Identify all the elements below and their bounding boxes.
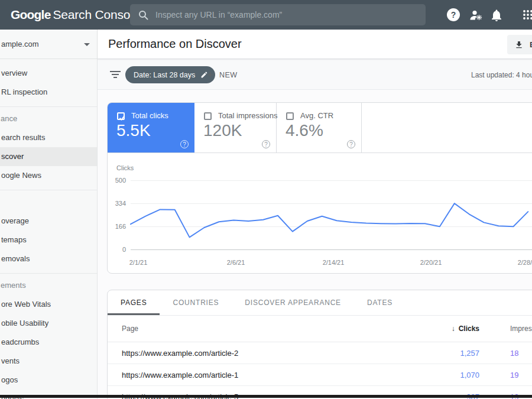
sidebar-item-sitemaps[interactable]: temaps: [0, 231, 97, 249]
tab-pages[interactable]: PAGES: [108, 290, 160, 315]
sidebar-item-logos[interactable]: ogos: [0, 371, 97, 390]
sidebar-item-discover[interactable]: scover: [0, 147, 97, 166]
y-tick-label: 0: [108, 245, 126, 254]
help-icon[interactable]: ?: [180, 140, 189, 148]
plus-icon: +: [207, 66, 213, 83]
x-tick-label: 2/28/21: [518, 259, 532, 266]
metric-tile-total-clicks[interactable]: Total clicks 5.5K ?: [108, 103, 194, 153]
app-logo[interactable]: GoogleSearch Console: [11, 8, 140, 22]
sort-desc-arrow-icon: ↓: [452, 325, 455, 333]
help-icon[interactable]: ?: [447, 8, 460, 21]
checkbox-checked-icon[interactable]: [117, 112, 125, 120]
notifications-bell-icon[interactable]: [489, 8, 504, 22]
metric-label: Total impressions: [218, 111, 277, 120]
metric-value: 4.6%: [286, 121, 323, 140]
column-header-clicks-sorted[interactable]: ↓Clicks: [452, 325, 479, 333]
performance-chart-card: Total clicks 5.5K ? Total impressions 12…: [107, 102, 532, 274]
product-logo-text: Search Console: [53, 8, 140, 21]
checkbox-unchecked-icon[interactable]: [286, 112, 294, 120]
metric-tile-avg-ctr[interactable]: Avg. CTR 4.6% ?: [277, 103, 362, 153]
filter-icon[interactable]: [110, 71, 121, 78]
sidebar-item-breadcrumbs[interactable]: eadcrumbs: [0, 333, 97, 352]
property-selector[interactable]: ample.com: [0, 30, 97, 59]
sidebar-item-mobile-usability[interactable]: obile Usability: [0, 314, 97, 333]
column-header-page[interactable]: Page: [122, 325, 138, 333]
manage-users-icon[interactable]: [469, 8, 484, 22]
new-filter-button[interactable]: + NEW: [207, 66, 237, 83]
metric-label: Total clicks: [131, 111, 168, 120]
sidebar-section-performance[interactable]: ance: [0, 107, 97, 128]
clicks-value: 1,257: [460, 349, 479, 358]
url-inspect-searchbox[interactable]: [130, 4, 426, 25]
filter-bar: Date: Last 28 days + NEW Last updated: 4…: [98, 59, 532, 90]
x-tick-label: 2/1/21: [129, 259, 148, 266]
search-input[interactable]: [155, 10, 416, 20]
impressions-value: 19: [510, 371, 518, 379]
x-tick-label: 2/14/21: [323, 259, 345, 266]
table-tabs: PAGES COUNTRIES DISCOVER APPEARANCE DATE…: [108, 290, 532, 316]
sidebar-item-url-inspection[interactable]: RL inspection: [0, 83, 97, 102]
chevron-down-icon: [84, 43, 90, 46]
sidebar-item-core-web-vitals[interactable]: ore Web Vitals: [0, 295, 97, 314]
help-icon[interactable]: ?: [262, 140, 270, 148]
search-icon: [138, 10, 148, 20]
sidebar-item-coverage[interactable]: overage: [0, 212, 97, 231]
new-filter-label: NEW: [219, 71, 237, 79]
google-search-console-app: GoogleSearch Console ? ample.com verview…: [0, 0, 532, 399]
sidebar-item-events[interactable]: vents: [0, 352, 97, 371]
page-url-link[interactable]: https://www.example.com/article-2: [122, 349, 238, 358]
sidebar-section-index[interactable]: [0, 190, 97, 212]
x-tick-label: 2/6/21: [227, 259, 245, 266]
export-label: EXPORT: [530, 40, 532, 49]
sidebar-item-google-news[interactable]: oogle News: [0, 166, 97, 185]
tab-discover-appearance[interactable]: DISCOVER APPEARANCE: [232, 290, 354, 315]
metric-value: 5.5K: [116, 121, 151, 140]
help-icon[interactable]: ?: [347, 140, 355, 148]
sidebar-section-enhancements[interactable]: ements: [0, 274, 97, 295]
clicks-line-chart: [128, 180, 532, 251]
metric-tiles: Total clicks 5.5K ? Total impressions 12…: [108, 103, 532, 153]
y-tick-label: 166: [108, 222, 126, 231]
table-row: https://www.example.com/article-2 1,257 …: [108, 342, 532, 364]
metric-value: 120K: [203, 121, 242, 140]
y-tick-label: 334: [108, 199, 126, 207]
sidebar: ample.com verview RL inspection ance ear…: [0, 30, 98, 399]
column-header-impressions[interactable]: Impressions: [510, 325, 532, 333]
tab-countries[interactable]: COUNTRIES: [160, 290, 232, 315]
sidebar-item-removals[interactable]: emovals: [0, 249, 97, 268]
metric-tile-total-impressions[interactable]: Total impressions 120K ?: [194, 103, 277, 153]
apps-grid-icon[interactable]: [523, 9, 532, 20]
google-logo-text: Google: [11, 8, 51, 21]
table-header-row: Page ↓Clicks Impressions: [108, 316, 532, 342]
top-app-bar: GoogleSearch Console ?: [0, 0, 532, 30]
y-tick-label: 500: [108, 176, 126, 184]
clicks-value: 1,070: [460, 371, 479, 379]
page-url-link[interactable]: https://www.example.com/article-1: [122, 371, 238, 379]
date-filter-label: Date: Last 28 days: [134, 71, 195, 79]
dimensions-table-card: PAGES COUNTRIES DISCOVER APPEARANCE DATE…: [107, 290, 532, 399]
date-filter-chip[interactable]: Date: Last 28 days: [125, 66, 215, 83]
sidebar-item-overview[interactable]: verview: [0, 64, 97, 83]
table-row: https://www.example.com/article-1 1,070 …: [108, 364, 532, 386]
y-axis-title: Clicks: [116, 164, 134, 171]
screenshot-bottom-edge: [0, 395, 532, 398]
x-tick-label: 2/20/21: [420, 259, 442, 266]
metric-label: Avg. CTR: [300, 111, 333, 120]
checkbox-unchecked-icon[interactable]: [204, 112, 212, 120]
property-name: ample.com: [1, 40, 39, 48]
sidebar-item-search-results[interactable]: earch results: [0, 128, 97, 147]
sidebar-nav: verview RL inspection ance earch results…: [0, 59, 97, 399]
last-updated-text: Last updated: 4 hours: [471, 71, 532, 79]
tab-dates[interactable]: DATES: [354, 290, 406, 315]
export-button[interactable]: EXPORT: [507, 35, 532, 54]
download-icon: [514, 40, 524, 50]
page-header: Performance on Discover EXPORT: [98, 30, 532, 59]
impressions-value: 18: [510, 349, 518, 358]
page-title: Performance on Discover: [108, 37, 242, 51]
